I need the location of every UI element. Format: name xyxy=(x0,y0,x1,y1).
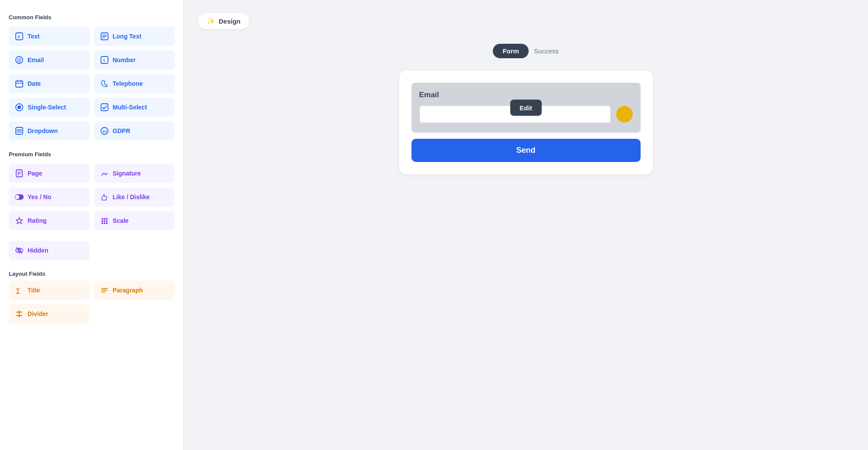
svg-marker-29 xyxy=(16,218,22,224)
field-btn-scale[interactable]: Scale xyxy=(94,211,175,230)
svg-point-37 xyxy=(104,222,105,224)
like-dislike-icon xyxy=(100,193,109,201)
field-btn-number[interactable]: 1 Number xyxy=(94,50,175,70)
main-area: ✨ Design Form Success Email Edit Send xyxy=(184,0,868,450)
date-icon xyxy=(15,79,24,88)
text-icon: A xyxy=(15,32,24,41)
field-btn-date[interactable]: Date xyxy=(9,74,90,93)
common-fields-grid: A Text Long Text @ Email 1 Number xyxy=(9,27,174,141)
field-btn-paragraph[interactable]: Paragraph xyxy=(94,281,175,300)
svg-point-15 xyxy=(17,105,21,109)
svg-point-33 xyxy=(101,220,103,222)
premium-fields-title: Premium Fields xyxy=(9,151,174,158)
yellow-dot xyxy=(616,106,633,123)
field-btn-single-select[interactable]: Single-Select xyxy=(9,98,90,117)
email-field-block: Email Edit xyxy=(411,83,641,133)
form-preview-card: Email Edit Send xyxy=(399,70,653,174)
field-btn-gdpr[interactable]: EU GDPR xyxy=(94,121,175,141)
premium-fields-grid: Page Signature Yes / No Like / Dislike xyxy=(9,164,174,230)
multi-select-icon xyxy=(100,103,109,112)
field-btn-rating[interactable]: Rating xyxy=(9,211,90,230)
svg-point-30 xyxy=(101,218,103,220)
gdpr-icon: EU xyxy=(100,127,109,135)
svg-point-28 xyxy=(15,195,19,199)
hidden-icon xyxy=(15,246,24,255)
signature-icon xyxy=(100,169,109,178)
svg-point-36 xyxy=(101,222,103,224)
field-btn-hidden[interactable]: Hidden xyxy=(9,241,90,260)
layout-fields-title: Layout Fields xyxy=(9,271,174,277)
field-btn-email[interactable]: @ Email xyxy=(9,50,90,70)
svg-text:EU: EU xyxy=(103,130,107,133)
svg-text:@: @ xyxy=(17,58,21,63)
edit-button[interactable]: Edit xyxy=(510,100,541,116)
design-icon: ✨ xyxy=(207,17,215,25)
page-icon xyxy=(15,169,24,178)
yes-no-icon xyxy=(15,193,24,201)
hidden-grid: Hidden xyxy=(9,241,174,260)
svg-point-35 xyxy=(106,220,108,222)
dropdown-icon xyxy=(15,127,24,135)
svg-text:1: 1 xyxy=(103,58,105,63)
field-btn-like-dislike[interactable]: Like / Dislike xyxy=(94,187,175,207)
send-button[interactable]: Send xyxy=(411,139,641,162)
single-select-icon xyxy=(15,103,24,112)
email-input-row: Edit xyxy=(419,105,633,123)
tab-success[interactable]: Success xyxy=(534,47,559,55)
svg-point-34 xyxy=(104,220,105,222)
svg-point-38 xyxy=(106,222,108,224)
field-btn-page[interactable]: Page xyxy=(9,164,90,183)
field-btn-telephone[interactable]: Telephone xyxy=(94,74,175,93)
svg-point-32 xyxy=(106,218,108,220)
common-fields-title: Common Fields xyxy=(9,14,174,21)
divider-icon xyxy=(15,309,24,318)
svg-point-31 xyxy=(104,218,105,220)
sidebar: Common Fields A Text Long Text @ Email 1 xyxy=(0,0,184,450)
svg-rect-16 xyxy=(101,104,108,111)
svg-rect-10 xyxy=(16,81,23,87)
field-btn-long-text[interactable]: Long Text xyxy=(94,27,175,46)
field-btn-title[interactable]: T Title xyxy=(9,281,90,300)
email-icon: @ xyxy=(15,56,24,64)
number-icon: 1 xyxy=(100,56,109,64)
field-btn-multi-select[interactable]: Multi-Select xyxy=(94,98,175,117)
field-btn-divider[interactable]: Divider xyxy=(9,304,90,323)
form-tabs: Form Success xyxy=(198,44,854,58)
field-btn-dropdown[interactable]: Dropdown xyxy=(9,121,90,141)
long-text-icon xyxy=(100,32,109,41)
tab-form[interactable]: Form xyxy=(493,44,529,58)
paragraph-icon xyxy=(100,286,109,295)
svg-text:A: A xyxy=(17,35,21,39)
title-icon: T xyxy=(15,286,24,295)
rating-icon xyxy=(15,216,24,225)
telephone-icon xyxy=(100,79,109,88)
field-btn-signature[interactable]: Signature xyxy=(94,164,175,183)
svg-text:T: T xyxy=(16,287,20,294)
email-field-label: Email xyxy=(419,91,633,99)
field-btn-yes-no[interactable]: Yes / No xyxy=(9,187,90,207)
layout-fields-grid: T Title Paragraph Divider xyxy=(9,281,174,323)
design-button[interactable]: ✨ Design xyxy=(198,12,250,30)
scale-icon xyxy=(100,216,109,225)
field-btn-text[interactable]: A Text xyxy=(9,27,90,46)
